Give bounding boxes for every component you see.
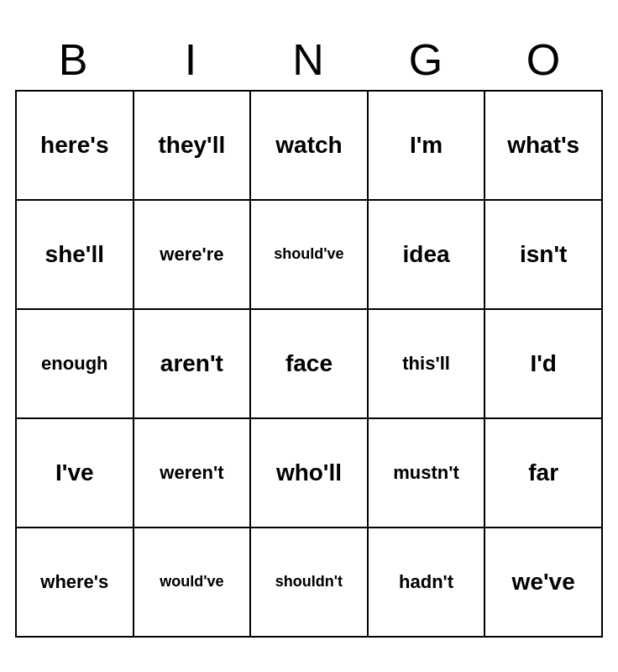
bingo-cell: she'll bbox=[16, 200, 134, 309]
cell-text: should've bbox=[274, 245, 343, 262]
table-row: where'swould'veshouldn'thadn'twe've bbox=[16, 528, 602, 637]
header-letter: B bbox=[15, 34, 133, 85]
table-row: enougharen'tfacethis'llI'd bbox=[16, 309, 602, 418]
cell-text: were're bbox=[160, 244, 223, 265]
bingo-cell: hadn't bbox=[368, 528, 485, 637]
cell-text: who'll bbox=[276, 459, 342, 486]
bingo-cell: aren't bbox=[134, 309, 251, 418]
cell-text: watch bbox=[275, 132, 342, 158]
bingo-cell: face bbox=[250, 309, 368, 418]
cell-text: this'll bbox=[402, 353, 450, 374]
cell-text: shouldn't bbox=[275, 573, 343, 590]
cell-text: isn't bbox=[520, 241, 567, 267]
bingo-cell: what's bbox=[484, 91, 602, 200]
cell-text: I've bbox=[55, 459, 94, 486]
cell-text: would've bbox=[160, 573, 223, 590]
bingo-cell: shouldn't bbox=[250, 528, 368, 637]
bingo-cell: this'll bbox=[368, 309, 485, 418]
bingo-cell: isn't bbox=[484, 200, 602, 309]
cell-text: mustn't bbox=[393, 462, 459, 483]
bingo-cell: weren't bbox=[134, 418, 251, 528]
bingo-cell: would've bbox=[134, 528, 251, 637]
cell-text: where's bbox=[40, 571, 108, 592]
bingo-card: BINGO here'sthey'llwatchI'mwhat'sshe'llw… bbox=[15, 34, 603, 638]
bingo-cell: idea bbox=[368, 200, 485, 309]
bingo-grid: here'sthey'llwatchI'mwhat'sshe'llwere're… bbox=[15, 90, 603, 638]
bingo-cell: watch bbox=[250, 91, 368, 200]
header-letter: O bbox=[485, 34, 603, 85]
bingo-cell: should've bbox=[250, 200, 368, 309]
table-row: she'llwere'reshould'veideaisn't bbox=[16, 200, 602, 309]
cell-text: I'm bbox=[410, 132, 443, 158]
bingo-cell: I'm bbox=[368, 91, 485, 200]
cell-text: I'd bbox=[530, 350, 557, 376]
bingo-cell: we've bbox=[484, 528, 602, 637]
cell-text: here's bbox=[40, 132, 108, 158]
cell-text: idea bbox=[403, 241, 450, 267]
table-row: here'sthey'llwatchI'mwhat's bbox=[16, 91, 602, 200]
bingo-cell: they'll bbox=[134, 91, 251, 200]
cell-text: face bbox=[285, 350, 333, 376]
header-letter: N bbox=[250, 34, 368, 85]
cell-text: far bbox=[528, 459, 558, 486]
cell-text: weren't bbox=[160, 462, 223, 483]
header-letter: G bbox=[368, 34, 485, 85]
bingo-cell: far bbox=[484, 418, 602, 528]
cell-text: she'll bbox=[45, 241, 104, 267]
table-row: I'veweren'twho'llmustn'tfar bbox=[16, 418, 602, 528]
bingo-cell: who'll bbox=[250, 418, 368, 528]
cell-text: hadn't bbox=[399, 571, 453, 592]
bingo-header: BINGO bbox=[15, 34, 603, 85]
cell-text: we've bbox=[512, 569, 575, 595]
bingo-cell: mustn't bbox=[368, 418, 485, 528]
cell-text: they'll bbox=[158, 132, 225, 158]
bingo-cell: enough bbox=[16, 309, 134, 418]
bingo-cell: I'd bbox=[484, 309, 602, 418]
cell-text: what's bbox=[507, 132, 579, 158]
cell-text: aren't bbox=[160, 350, 223, 376]
bingo-cell: I've bbox=[16, 418, 134, 528]
header-letter: I bbox=[133, 34, 250, 85]
cell-text: enough bbox=[41, 353, 107, 374]
bingo-cell: here's bbox=[16, 91, 134, 200]
bingo-cell: were're bbox=[134, 200, 251, 309]
bingo-cell: where's bbox=[16, 528, 134, 637]
